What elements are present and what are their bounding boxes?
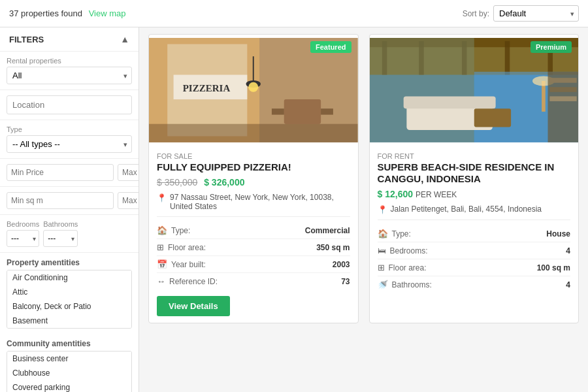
bedrooms-value-bali: 4 — [566, 246, 570, 255]
svg-text:PIZZERIA: PIZZERIA — [183, 83, 231, 93]
card-image-pizzeria: PIZZERIA Featured — [149, 35, 358, 146]
card-price-pizzeria: $ 350,000 $ 326,000 — [157, 177, 350, 188]
rental-select-wrapper: All For Sale For Rent — [7, 67, 132, 84]
address-text-pizzeria: 97 Nassau Street, New York, New York, 10… — [170, 193, 350, 211]
card-price-bali: $ 12,600 PER WEEK — [378, 189, 571, 199]
type-value-pizzeria: Commercial — [305, 226, 350, 235]
svg-rect-10 — [272, 108, 284, 114]
sidebar-header: FILTERS ▲ — [0, 27, 139, 52]
svg-rect-24 — [403, 96, 495, 108]
location-icon-pizzeria: 📍 — [157, 193, 167, 203]
bedrooms-select[interactable]: --- 12345+ — [7, 230, 39, 247]
ref-value-pizzeria: 73 — [341, 277, 350, 286]
svg-rect-30 — [549, 87, 576, 92]
max-sqm-input[interactable] — [118, 192, 139, 209]
premium-badge: Premium — [531, 41, 572, 53]
bathrooms-select[interactable]: --- 12345+ — [43, 230, 78, 247]
min-sqm-input[interactable] — [7, 192, 114, 209]
price-current-pizzeria: $ 326,000 — [204, 177, 244, 188]
year-row-pizzeria: 📅 Year built: 2003 — [157, 256, 350, 273]
amenity-item[interactable]: Business center — [7, 351, 131, 366]
bathrooms-value-bali: 4 — [566, 280, 570, 289]
view-details-button-pizzeria[interactable]: View Details — [157, 296, 230, 316]
price-original-pizzeria: $ 350,000 — [157, 177, 197, 188]
amenity-item[interactable]: Clubhouse — [7, 366, 131, 380]
sort-label: Sort by: — [463, 9, 489, 18]
svg-rect-25 — [474, 108, 510, 127]
year-value-pizzeria: 2003 — [333, 260, 350, 269]
floor-label-bali: ⊞ Floor area: — [378, 263, 427, 272]
price-row — [7, 164, 132, 181]
view-map-link[interactable]: View map — [89, 8, 126, 18]
property-amenities-section: Property amentities Air Conditioning Att… — [0, 253, 139, 329]
results-info: 37 properties found View map — [9, 8, 126, 18]
rental-label: Rental properties — [7, 57, 132, 65]
bed-bath-row: Bedrooms --- 12345+ Bathrooms --- 12345+ — [7, 220, 132, 247]
floor-icon-bali: ⊞ — [378, 263, 385, 272]
property-amenities-label: Property amentities — [0, 253, 139, 270]
featured-badge: Featured — [310, 41, 351, 53]
amenity-item[interactable]: Air Conditioning — [7, 270, 131, 285]
community-amenities-label: Community amentities — [0, 334, 139, 351]
ref-row-pizzeria: ↔ Reference ID: 73 — [157, 273, 350, 289]
bathrooms-icon-bali: 🚿 — [378, 280, 388, 289]
floor-row-pizzeria: ⊞ Floor area: 350 sq m — [157, 239, 350, 256]
community-amenities-section: Community amentities Business center Clu… — [0, 334, 139, 392]
floor-value-pizzeria: 350 sq m — [316, 243, 350, 252]
address-text-bali: Jalan Petitenget, Bali, Bali, 4554, Indo… — [391, 204, 542, 214]
type-row-pizzeria: 🏠 Type: Commercial — [157, 222, 350, 239]
location-filter-section — [0, 90, 139, 120]
amenity-item[interactable]: Basement — [7, 314, 131, 328]
bedrooms-icon-bali: 🛏 — [378, 246, 386, 255]
card-address-bali: 📍 Jalan Petitenget, Bali, Bali, 4554, In… — [378, 204, 571, 214]
sort-select[interactable]: Default Price (Low-High) Price (High-Low… — [493, 5, 579, 22]
bathrooms-row-bali: 🚿 Bathrooms: 4 — [378, 276, 571, 293]
card-body-pizzeria: FOR SALE FULLY EQUIPPED PIZZERIA! $ 350,… — [149, 146, 358, 323]
ref-icon-pizzeria: ↔ — [157, 276, 165, 286]
type-value-bali: House — [546, 229, 570, 238]
ref-label-pizzeria: ↔ Reference ID: — [157, 276, 218, 286]
sort-group: Sort by: Default Price (Low-High) Price … — [463, 5, 579, 22]
community-amenities-list[interactable]: Business center Clubhouse Covered parkin… — [7, 351, 132, 392]
sort-select-wrapper: Default Price (Low-High) Price (High-Low… — [493, 5, 579, 22]
properties-area: PIZZERIA Featured FOR — [139, 27, 588, 392]
type-row-bali: 🏠 Type: House — [378, 225, 571, 242]
floor-value-bali: 100 sq m — [537, 263, 570, 272]
property-amenities-list[interactable]: Air Conditioning Attic Balcony, Deck or … — [7, 270, 132, 329]
bedrooms-label: Bedrooms — [7, 220, 39, 228]
card-title-bali: SUPERB BEACH-SIDE RESIDENCE IN CANGGU, I… — [378, 161, 571, 185]
max-price-input[interactable] — [118, 164, 139, 181]
amenity-item[interactable]: Boat Dock — [7, 328, 131, 329]
year-label-pizzeria: 📅 Year built: — [157, 259, 206, 269]
results-count: 37 properties found — [9, 8, 82, 18]
bedrooms-group: Bedrooms --- 12345+ — [7, 220, 39, 247]
type-select[interactable]: -- All types -- House Apartment Commerci… — [7, 135, 132, 153]
card-body-bali: FOR RENT SUPERB BEACH-SIDE RESIDENCE IN … — [370, 146, 579, 299]
bathrooms-label: Bathrooms — [43, 220, 78, 228]
bathrooms-select-wrap: --- 12345+ — [43, 230, 78, 247]
sqm-row — [7, 192, 132, 209]
amenity-item[interactable]: Attic — [7, 285, 131, 299]
collapse-button[interactable]: ▲ — [120, 34, 129, 44]
listing-type-bali: FOR RENT — [378, 152, 571, 160]
type-label-bali: 🏠 Type: — [378, 229, 411, 238]
amenity-item[interactable]: Balcony, Deck or Patio — [7, 299, 131, 314]
card-details-pizzeria: 🏠 Type: Commercial ⊞ Floor area: 350 sq … — [157, 216, 350, 289]
amenity-item[interactable]: Covered parking — [7, 380, 131, 392]
floor-icon-pizzeria: ⊞ — [157, 242, 164, 252]
bathrooms-group: Bathrooms --- 12345+ — [43, 220, 78, 247]
sidebar: FILTERS ▲ Rental properties All For Sale… — [0, 27, 139, 392]
year-icon-pizzeria: 📅 — [157, 259, 167, 269]
bedrooms-select-wrap: --- 12345+ — [7, 230, 39, 247]
properties-grid: PIZZERIA Featured FOR — [148, 34, 579, 323]
min-price-input[interactable] — [7, 164, 114, 181]
rental-select[interactable]: All For Sale For Rent — [7, 67, 132, 84]
location-input[interactable] — [7, 95, 132, 114]
price-current-bali: $ 12,600 — [378, 189, 414, 199]
svg-rect-12 — [149, 124, 358, 142]
rental-filter-section: Rental properties All For Sale For Rent — [0, 52, 139, 90]
location-icon-bali: 📍 — [378, 205, 387, 214]
svg-rect-31 — [549, 96, 576, 101]
sqm-filter-section — [0, 187, 139, 215]
type-icon-bali: 🏠 — [378, 229, 388, 238]
